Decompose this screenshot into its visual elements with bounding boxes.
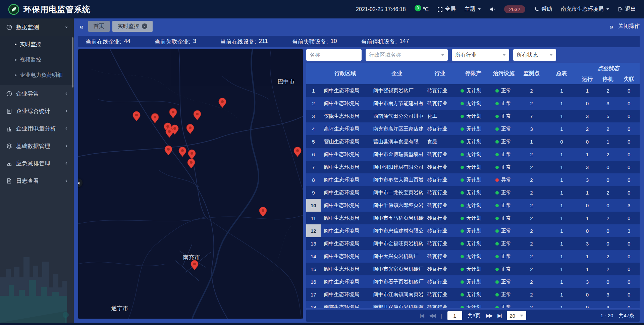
stat-item: 当前失联企业:3 (155, 38, 196, 46)
map-canvas[interactable]: 巴中市南充市遂宁市 (78, 49, 303, 319)
app-logo-icon (8, 4, 19, 15)
row-lost: 0 (618, 250, 640, 263)
table-row[interactable]: 7阆中生态环境局阆中明阳建材有限公司砖瓦行业无计划正常21300 (306, 161, 640, 173)
table-row[interactable]: 11阆中生态环境局阆中市五马桥页岩机砖砖瓦行业无计划正常21120 (306, 212, 640, 224)
stat-label: 当前在线企业: (86, 38, 121, 46)
status-dot-icon (495, 115, 499, 118)
sidebar-group-基础数据管理[interactable]: 基础数据管理 (0, 137, 74, 155)
table-row[interactable]: 9阆中生态环境局阆中市二龙长宝页岩砖砖瓦行业无计划正常21120 (306, 186, 640, 199)
sidebar-item-企业电力负荷明细[interactable]: 企业电力负荷明细 (0, 67, 74, 83)
row-stop: 5 (598, 110, 619, 122)
status-dot-icon (461, 178, 464, 182)
table-row[interactable]: 3仪陇生态环境局西南油气田分公司川中化工无计划正常71350 (306, 110, 640, 122)
org-dropdown[interactable]: 南充市生态环境局 (561, 6, 609, 13)
row-industry: 砖瓦行业 (424, 161, 456, 173)
status-dot-icon (461, 268, 464, 271)
tabs-scroll-right-icon[interactable]: » (608, 23, 615, 30)
row-industry: 砖瓦行业 (424, 186, 456, 199)
app-title: 环保用电监管系统 (23, 4, 91, 15)
sidebar-group-企业用电量分析[interactable]: 企业用电量分析 (0, 120, 74, 137)
row-points: 2 (517, 237, 546, 250)
row-meter: 1 (546, 110, 577, 122)
fullscreen-button[interactable]: 全屏 (437, 6, 456, 13)
table-row[interactable]: 8阆中生态环境局阆中市枣碧大梁山页岩砖瓦行业无计划异常21300 (306, 173, 640, 186)
table-row[interactable]: 6阆中生态环境局阆中市金博瑞新型墙材砖瓦行业无计划正常21120 (306, 148, 640, 161)
row-industry: 食品 (424, 135, 456, 148)
sidebar-group-应急减排管理[interactable]: 应急减排管理 (0, 155, 74, 172)
table-row[interactable]: 13阆中生态环境局阆中市金福旺页岩机砖砖瓦行业无计划正常21300 (306, 237, 640, 250)
tab-首页[interactable]: 首页 (88, 21, 110, 32)
status-select[interactable]: 所有状态 (513, 49, 556, 61)
tabs-scroll-left-icon[interactable]: « (78, 23, 85, 30)
sidebar-group: 企业用电量分析 (0, 120, 74, 137)
next-page-icon[interactable]: ▶▶ (486, 313, 492, 319)
status-dot-icon (495, 217, 499, 220)
sidebar-group: 基础数据管理 (0, 137, 74, 155)
row-company: 西南油气田分公司川中 (370, 110, 424, 122)
row-region: 阆中生态环境局 (321, 237, 370, 250)
prev-page-icon[interactable]: ◀◀ (429, 313, 435, 319)
logout-icon (618, 7, 623, 12)
row-region: 南部生态环境局 (321, 301, 370, 308)
page-number-input[interactable] (447, 311, 462, 320)
help-button[interactable]: 帮助 (534, 6, 552, 13)
row-points: 2 (517, 84, 546, 97)
sidebar-item-视频监控[interactable]: 视频监控 (0, 52, 74, 67)
table-row[interactable]: 2阆中生态环境局阆中市南方节能建材有砖瓦行业无计划正常21030 (306, 97, 640, 110)
table-row[interactable]: 18南部生态环境局南部县双佛页岩机砖有砖瓦行业无计划正常21030 (306, 301, 640, 308)
map-panel[interactable]: 巴中市南充市遂宁市 ◀ (78, 49, 303, 319)
sidebar-group-数据监测[interactable]: 数据监测 (0, 18, 74, 36)
region-select[interactable]: 行政区域名称 (366, 49, 448, 61)
tab-实时监控[interactable]: 实时监控× (112, 21, 153, 32)
col-stop: 停机 (598, 74, 619, 84)
theme-dropdown[interactable]: 主题 (465, 6, 481, 13)
row-region: 阆中生态环境局 (321, 250, 370, 263)
sidebar-group-企业综合统计[interactable]: 企业综合统计 (0, 102, 74, 120)
table-row[interactable]: 4高坪生态环境局南充市高坪区王家店建砖瓦行业无计划正常31220 (306, 122, 640, 135)
stat-label: 当前失联企业: (155, 38, 191, 46)
row-stop: 2 (598, 122, 619, 135)
table-row[interactable]: 12阆中生态环境局阆中市忠信建材有限公砖瓦行业无计划正常21003 (306, 224, 640, 237)
sidebar-group-日志查看[interactable]: 日志查看 (0, 172, 74, 189)
row-run: 0 (577, 199, 598, 212)
row-stop: 0 (598, 199, 619, 212)
filter-bar: 行政区域名称 所有行业 所有状态 (306, 49, 640, 61)
logout-button[interactable]: 退出 (618, 6, 636, 13)
table-row[interactable]: 10阆中生态环境局阆中千佛镇六郎垭页岩砖瓦行业无计划正常21003 (306, 199, 640, 212)
name-filter-input[interactable] (306, 49, 362, 61)
table-row[interactable]: 1阆中生态环境局阆中强锐页岩砖厂砖瓦行业无计划正常21120 (306, 84, 640, 97)
row-limit-status: 无计划 (456, 199, 490, 212)
sidebar-item-实时监控[interactable]: 实时监控 (0, 37, 74, 52)
row-region: 阆中生态环境局 (321, 148, 370, 161)
chevron-down-icon (478, 8, 481, 10)
page-size-select[interactable]: 20 (507, 311, 526, 320)
row-facility-status: 正常 (491, 275, 517, 288)
stat-item: 当前失联设备:10 (292, 38, 337, 46)
first-page-icon[interactable]: |◀ (420, 313, 423, 319)
industry-select[interactable]: 所有行业 (452, 49, 509, 61)
table-row[interactable]: 15阆中生态环境局阆中市光富页岩机砖厂砖瓦行业无计划正常21120 (306, 263, 640, 275)
row-limit-status: 无计划 (456, 212, 490, 224)
last-page-icon[interactable]: ▶| (497, 313, 501, 319)
pagination-bar: |◀ ◀◀ | 共3页 ▶▶ ▶| 20 (306, 310, 640, 322)
status-dot-icon (495, 306, 499, 309)
notification-badge[interactable]: 2632 (504, 5, 525, 13)
table-row[interactable]: 14阆中生态环境局阆中大兴页岩机砖厂砖瓦行业无计划正常21120 (306, 250, 640, 263)
tab-close-icon[interactable]: × (142, 23, 147, 29)
sidebar-group-label: 企业异常 (16, 90, 39, 98)
table-row[interactable]: 16阆中生态环境局阆中市石子页岩机砖厂砖瓦行业无计划正常21300 (306, 275, 640, 288)
row-index: 11 (306, 212, 321, 224)
row-limit-status: 无计划 (456, 135, 490, 148)
stat-label: 当前失联设备: (292, 38, 328, 46)
bar-chart-icon (5, 125, 13, 132)
row-lost: 0 (618, 212, 640, 224)
row-run: 3 (577, 110, 598, 122)
row-region: 阆中生态环境局 (321, 199, 370, 212)
close-operations-button[interactable]: 关闭操作 (618, 23, 640, 30)
sidebar-group-企业异常[interactable]: 企业异常 (0, 85, 74, 102)
table-row[interactable]: 17阆中生态环境局阆中市江南镇阆南页岩砖瓦行业无计划正常21030 (306, 288, 640, 301)
table-row[interactable]: 5营山生态环境局营山县润丰食品有限食品无计划正常10010 (306, 135, 640, 148)
announcement-button[interactable] (489, 7, 495, 12)
row-limit-status: 无计划 (456, 237, 490, 250)
row-points: 2 (517, 301, 546, 308)
